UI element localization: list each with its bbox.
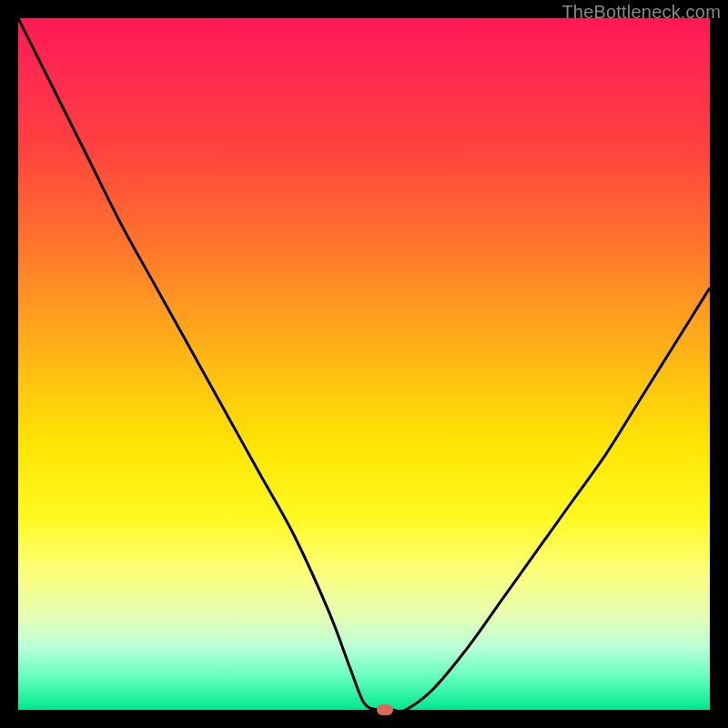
bottleneck-curve	[18, 18, 710, 710]
optimal-point-marker	[377, 704, 393, 715]
watermark-text: TheBottleneck.com	[561, 2, 721, 23]
chart-frame	[18, 18, 710, 710]
